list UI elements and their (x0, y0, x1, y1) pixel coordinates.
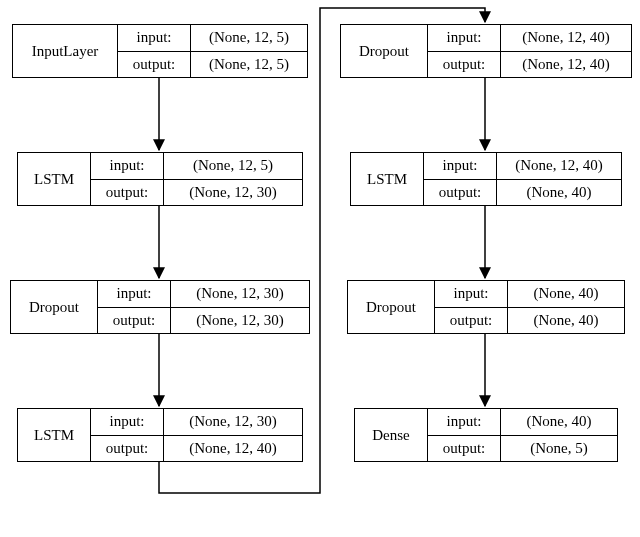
layer-io: input: (None, 12, 40) output: (None, 12,… (428, 25, 631, 77)
output-label: output: (435, 308, 508, 334)
input-value: (None, 40) (501, 409, 617, 435)
input-value: (None, 40) (508, 281, 624, 307)
output-label: output: (424, 180, 497, 206)
input-value: (None, 12, 30) (171, 281, 309, 307)
output-label: output: (428, 436, 501, 462)
output-label: output: (91, 180, 164, 206)
input-label: input: (118, 25, 191, 51)
layer-name: LSTM (18, 409, 91, 461)
diagram-canvas: InputLayer input: (None, 12, 5) output: … (0, 0, 640, 537)
input-label: input: (91, 153, 164, 179)
input-value: (None, 12, 30) (164, 409, 302, 435)
layer-input-row: input: (None, 12, 40) (428, 25, 631, 52)
layer-dropout-2: Dropout input: (None, 12, 40) output: (N… (340, 24, 632, 78)
layer-io: input: (None, 12, 5) output: (None, 12, … (91, 153, 302, 205)
layer-name: Dense (355, 409, 428, 461)
layer-output-row: output: (None, 40) (435, 308, 624, 334)
layer-input-row: input: (None, 12, 5) (118, 25, 307, 52)
layer-output-row: output: (None, 12, 5) (118, 52, 307, 78)
output-label: output: (91, 436, 164, 462)
layer-dense: Dense input: (None, 40) output: (None, 5… (354, 408, 618, 462)
layer-input-row: input: (None, 12, 30) (98, 281, 309, 308)
input-value: (None, 12, 40) (501, 25, 631, 51)
layer-name: LSTM (18, 153, 91, 205)
layer-dropout-3: Dropout input: (None, 40) output: (None,… (347, 280, 625, 334)
output-value: (None, 40) (508, 308, 624, 334)
layer-name: Dropout (341, 25, 428, 77)
output-value: (None, 5) (501, 436, 617, 462)
layer-name: Dropout (348, 281, 435, 333)
layer-input-row: input: (None, 12, 5) (91, 153, 302, 180)
output-value: (None, 40) (497, 180, 621, 206)
layer-io: input: (None, 12, 40) output: (None, 40) (424, 153, 621, 205)
layer-input-row: input: (None, 12, 30) (91, 409, 302, 436)
output-value: (None, 12, 30) (171, 308, 309, 334)
output-value: (None, 12, 30) (164, 180, 302, 206)
layer-io: input: (None, 40) output: (None, 40) (435, 281, 624, 333)
layer-io: input: (None, 12, 5) output: (None, 12, … (118, 25, 307, 77)
input-label: input: (435, 281, 508, 307)
output-value: (None, 12, 40) (164, 436, 302, 462)
output-label: output: (118, 52, 191, 78)
layer-output-row: output: (None, 12, 40) (428, 52, 631, 78)
layer-output-row: output: (None, 5) (428, 436, 617, 462)
layer-dropout-1: Dropout input: (None, 12, 30) output: (N… (10, 280, 310, 334)
input-label: input: (428, 25, 501, 51)
input-value: (None, 12, 40) (497, 153, 621, 179)
layer-input-row: input: (None, 40) (428, 409, 617, 436)
layer-io: input: (None, 12, 30) output: (None, 12,… (91, 409, 302, 461)
layer-output-row: output: (None, 40) (424, 180, 621, 206)
layer-output-row: output: (None, 12, 30) (91, 180, 302, 206)
layer-name: InputLayer (13, 25, 118, 77)
output-label: output: (98, 308, 171, 334)
input-value: (None, 12, 5) (191, 25, 307, 51)
input-label: input: (98, 281, 171, 307)
layer-output-row: output: (None, 12, 40) (91, 436, 302, 462)
input-value: (None, 12, 5) (164, 153, 302, 179)
layer-io: input: (None, 40) output: (None, 5) (428, 409, 617, 461)
layer-lstm-1: LSTM input: (None, 12, 5) output: (None,… (17, 152, 303, 206)
input-label: input: (91, 409, 164, 435)
output-label: output: (428, 52, 501, 78)
layer-name: Dropout (11, 281, 98, 333)
layer-input-row: input: (None, 12, 40) (424, 153, 621, 180)
layer-lstm-3: LSTM input: (None, 12, 40) output: (None… (350, 152, 622, 206)
layer-inputlayer: InputLayer input: (None, 12, 5) output: … (12, 24, 308, 78)
layer-output-row: output: (None, 12, 30) (98, 308, 309, 334)
input-label: input: (424, 153, 497, 179)
layer-input-row: input: (None, 40) (435, 281, 624, 308)
layer-lstm-2: LSTM input: (None, 12, 30) output: (None… (17, 408, 303, 462)
output-value: (None, 12, 5) (191, 52, 307, 78)
output-value: (None, 12, 40) (501, 52, 631, 78)
layer-io: input: (None, 12, 30) output: (None, 12,… (98, 281, 309, 333)
input-label: input: (428, 409, 501, 435)
layer-name: LSTM (351, 153, 424, 205)
